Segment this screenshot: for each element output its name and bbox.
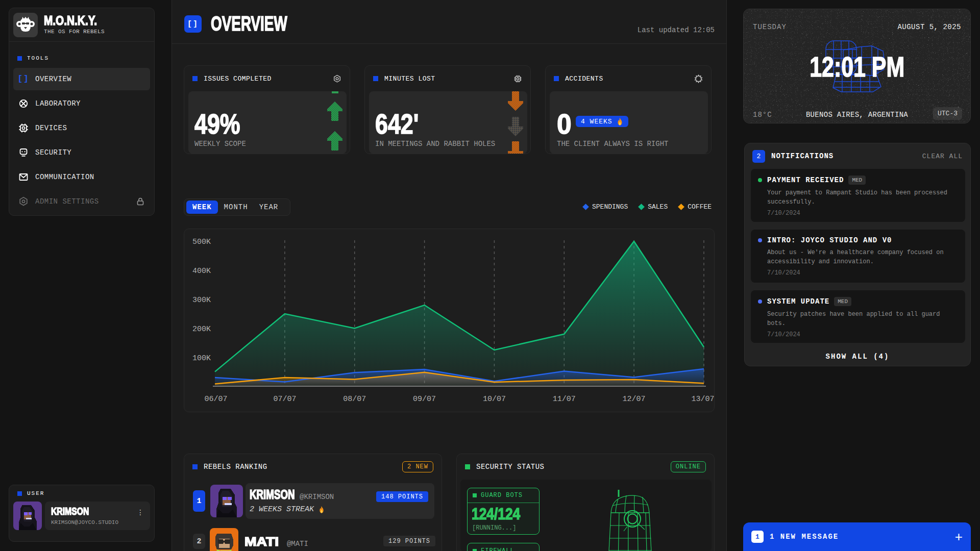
svg-text:100K: 100K bbox=[192, 354, 211, 363]
svg-text:500K: 500K bbox=[192, 238, 211, 246]
svg-text:400K: 400K bbox=[192, 267, 211, 276]
svg-text:06/07: 06/07 bbox=[204, 395, 227, 404]
svg-text:09/07: 09/07 bbox=[413, 395, 436, 404]
svg-text:11/07: 11/07 bbox=[553, 395, 576, 404]
svg-text:300K: 300K bbox=[192, 296, 211, 305]
svg-text:13/07: 13/07 bbox=[691, 395, 714, 404]
svg-text:200K: 200K bbox=[192, 325, 211, 334]
svg-text:08/07: 08/07 bbox=[343, 395, 366, 404]
svg-text:12/07: 12/07 bbox=[623, 395, 646, 404]
svg-text:07/07: 07/07 bbox=[273, 395, 296, 404]
svg-text:10/07: 10/07 bbox=[483, 395, 506, 404]
